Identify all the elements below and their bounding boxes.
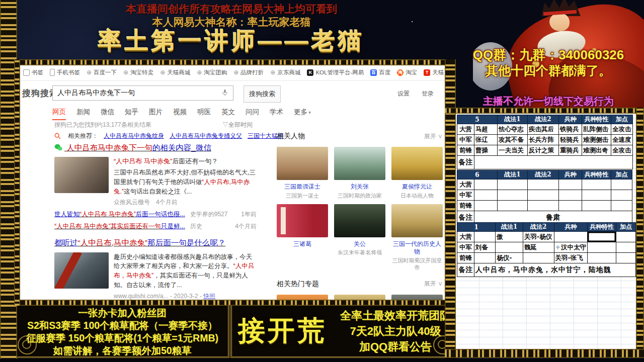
result-title[interactable]: 都听过“人中吕布,马中赤兔”那后面一句是什么呢？ xyxy=(54,238,257,248)
tab-images[interactable]: 图片 xyxy=(149,108,163,120)
tab-news[interactable]: 新闻 xyxy=(76,108,90,120)
cell[interactable] xyxy=(616,253,635,263)
cell[interactable] xyxy=(474,232,495,242)
cell[interactable] xyxy=(528,201,559,211)
note-cell[interactable] xyxy=(474,156,633,169)
cell[interactable] xyxy=(559,190,582,201)
bookmark-item[interactable]: 手机书签 xyxy=(50,69,80,76)
bookmark-item[interactable]: KKOL管理平台-网易 xyxy=(307,69,364,76)
suggest-link[interactable]: 人中吕布马中赤兔纹身 xyxy=(104,132,164,140)
col-header[interactable]: 战法2 xyxy=(523,223,554,232)
row-label[interactable]: 大营 xyxy=(457,124,474,135)
result-thumbnail[interactable] xyxy=(54,157,109,193)
person-name[interactable]: 关公 xyxy=(334,240,385,248)
cell[interactable] xyxy=(554,232,587,242)
cell[interactable]: 全攻击 xyxy=(611,124,633,135)
person-name[interactable]: 三诸葛 xyxy=(277,240,328,248)
cell[interactable]: 傲 xyxy=(496,232,523,242)
selected-cell[interactable] xyxy=(588,232,616,242)
col-header[interactable]: 加点 xyxy=(611,115,633,124)
cell[interactable] xyxy=(559,201,582,211)
row-label[interactable]: 前锋 xyxy=(457,253,474,263)
person-name[interactable]: 夏侯惇元让 xyxy=(391,183,443,191)
cell[interactable]: 马超 xyxy=(474,124,498,135)
cell[interactable] xyxy=(588,253,616,263)
cell[interactable]: 一夫当关 xyxy=(498,145,528,156)
bookmark-item[interactable]: T天猫 xyxy=(424,69,444,76)
cell[interactable]: 怯心夺志 xyxy=(498,124,528,135)
tab-wechat[interactable]: 微信 xyxy=(101,108,114,120)
col-header[interactable]: 兵种 xyxy=(559,115,582,124)
cell[interactable]: 曹操 xyxy=(474,145,498,156)
cell[interactable] xyxy=(523,253,554,263)
bookmark-item[interactable]: ⊕品牌打折 xyxy=(233,69,264,76)
col-header[interactable]: 兵种 xyxy=(559,170,582,179)
cell[interactable] xyxy=(496,242,523,253)
col-header[interactable]: 战法1 xyxy=(496,223,523,232)
person-image[interactable] xyxy=(277,147,328,180)
tab-english[interactable]: 英文 xyxy=(221,108,235,120)
cell[interactable] xyxy=(616,242,635,253)
cell[interactable]: +汉中太守 xyxy=(554,242,587,253)
col-header[interactable]: 兵种特性 xyxy=(582,115,611,124)
person-name[interactable]: 三国最强谋士 xyxy=(277,183,328,191)
search-input[interactable] xyxy=(52,85,233,101)
note-label[interactable]: 备注 xyxy=(457,156,474,169)
bookmark-item[interactable]: 百百度 xyxy=(370,69,390,76)
person-image[interactable] xyxy=(334,204,385,237)
table-id[interactable]: 6 xyxy=(457,170,498,179)
cell[interactable] xyxy=(474,253,495,263)
col-header[interactable]: 战法1 xyxy=(498,115,528,124)
cell[interactable] xyxy=(528,179,559,190)
col-header[interactable]: 战法2 xyxy=(528,115,559,124)
expand-toggle[interactable]: 展开 ∨ xyxy=(424,132,443,141)
note-cell[interactable]: 人中吕布，马中赤兔，水中甘宁，陆地魏 xyxy=(474,263,635,277)
person-image[interactable] xyxy=(277,204,328,237)
cell[interactable] xyxy=(588,242,616,253)
tab-mingyi[interactable]: 明医 xyxy=(197,108,211,120)
cell[interactable] xyxy=(582,201,611,211)
person-name[interactable]: 刘关张 xyxy=(334,183,385,191)
col-header[interactable]: 战法2 xyxy=(528,170,559,179)
sub-result-title[interactable]: “人中吕布 马中赤兔”后面还有一句？ xyxy=(114,157,257,166)
settings-link[interactable]: 设置 xyxy=(397,89,410,98)
cell[interactable] xyxy=(474,201,498,211)
tab-wenwen[interactable]: 问问 xyxy=(246,108,259,120)
cell[interactable] xyxy=(474,179,498,190)
cell[interactable] xyxy=(498,190,528,201)
row-label[interactable]: 大营 xyxy=(457,179,474,190)
person-image[interactable] xyxy=(391,204,443,237)
cell[interactable]: 关羽-杨仪 xyxy=(523,232,554,242)
cell[interactable]: 张辽 xyxy=(474,135,498,145)
bookmark-item[interactable]: ⊕百度一下 xyxy=(87,69,117,76)
bookmark-item[interactable]: 淘淘宝 xyxy=(397,69,417,76)
row-label[interactable]: 中军 xyxy=(457,135,474,145)
row-label[interactable]: 前锋 xyxy=(457,201,474,211)
col-header[interactable]: 兵种 xyxy=(554,223,587,232)
row-label[interactable]: 中军 xyxy=(457,190,474,201)
result-link[interactable]: 世人皆知“人中吕布 马中赤兔”后面一句话也很... xyxy=(54,210,185,219)
cell[interactable]: 疾击其后 xyxy=(528,124,559,135)
tab-more[interactable]: 更多▾ xyxy=(294,108,311,120)
cell[interactable]: 难测侧击 xyxy=(582,135,611,145)
cache-link[interactable]: 快照 xyxy=(203,293,215,300)
expand-toggle[interactable]: 展开 ∨ xyxy=(424,280,443,288)
result-thumbnail[interactable] xyxy=(54,252,109,289)
microphone-icon[interactable] xyxy=(221,89,228,98)
col-header[interactable]: 加点 xyxy=(616,223,635,232)
bookmark-item[interactable]: ⊕淘宝团购 xyxy=(197,69,227,76)
col-header[interactable]: 兵种特性 xyxy=(588,223,616,232)
bookmark-item[interactable]: ⊕京东商城 xyxy=(270,69,300,76)
table-id[interactable]: 1 xyxy=(457,223,496,232)
cell[interactable] xyxy=(498,179,528,190)
person-image[interactable] xyxy=(334,147,385,180)
cell[interactable] xyxy=(498,201,528,211)
col-header[interactable]: 兵种特性 xyxy=(582,170,611,179)
tab-zhihu[interactable]: 知乎 xyxy=(125,108,138,120)
search-button[interactable]: 搜狗搜索 xyxy=(244,85,281,103)
cell[interactable] xyxy=(582,179,611,190)
cell[interactable] xyxy=(582,190,611,201)
cell[interactable]: 长兵方阵 xyxy=(528,135,559,145)
bookmark-item[interactable]: 书签 xyxy=(23,69,43,76)
row-label[interactable]: 大营 xyxy=(457,232,474,242)
